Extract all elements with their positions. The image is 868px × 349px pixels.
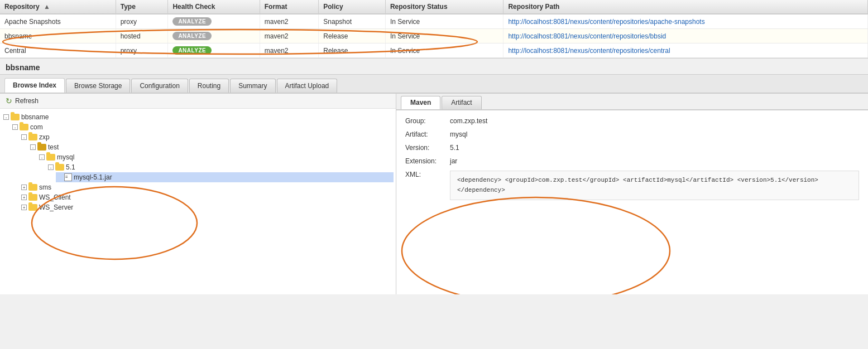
detail-panel: MavenArtifact Group: com.zxp.test Artifa… [396,94,868,294]
tabs-bar: Browse IndexBrowse StorageConfigurationR… [0,75,868,94]
detail-tabs: MavenArtifact [396,94,868,110]
tree-item-test[interactable]: - test [29,142,394,152]
tab-browse-storage[interactable]: Browse Storage [66,79,130,93]
detail-tab-maven[interactable]: Maven [401,96,440,109]
tab-artifact-upload[interactable]: Artifact Upload [277,79,338,93]
repo-name-cell[interactable]: Apache Snapshots [0,14,116,29]
repo-status-cell: In Service [385,14,503,29]
analyze-button[interactable]: ANALYZE [172,46,212,55]
tree-item-zxp[interactable]: - zxp [20,132,394,142]
tree-item-sms[interactable]: + sms [20,182,394,192]
tree-item-mysql-jar[interactable]: mysql-5.1.jar [56,172,394,182]
refresh-label: Refresh [15,97,39,105]
refresh-bar[interactable]: ↻ Refresh [0,94,396,109]
tree-item-51[interactable]: - 5.1 [47,162,394,172]
group-value: com.zxp.test [450,117,859,125]
detail-version-row: Version: 5.1 [405,144,859,152]
repo-path-link[interactable]: http://localhost:8081/nexus/content/repo… [508,32,666,40]
sort-arrow-icon: ▲ [44,3,50,11]
xml-box: <dependency> <groupId>com.zxp.test</grou… [450,171,859,200]
repo-path-link[interactable]: http://localhost:8081/nexus/content/repo… [508,18,704,26]
toggle-icon[interactable]: - [21,134,27,140]
toggle-icon[interactable]: - [12,124,18,130]
toggle-icon[interactable]: + [21,195,27,200]
detail-content: Group: com.zxp.test Artifact: mysql Vers… [396,110,868,212]
repo-healthcheck-cell[interactable]: ANALYZE [168,43,260,58]
tree-label: mysql [57,153,74,161]
tree-panel: ↻ Refresh - bbsname- com- zxp- test- mys… [0,94,396,294]
tab-configuration[interactable]: Configuration [131,79,188,93]
tree-label: test [48,143,59,151]
toggle-icon[interactable]: + [21,205,27,210]
analyze-button[interactable]: ANALYZE [172,32,212,40]
tab-routing[interactable]: Routing [189,79,229,93]
repo-type-cell: proxy [116,14,168,29]
xml-label: XML: [405,171,450,178]
tree: - bbsname- com- zxp- test- mysql- 5.1 my… [0,109,396,216]
refresh-icon: ↻ [6,96,12,105]
col-header-repository[interactable]: Repository ▲ [0,0,116,14]
toggle-icon[interactable]: + [21,185,27,190]
folder-icon [28,204,37,211]
col-header-status: Repository Status [385,0,503,14]
repo-path-link[interactable]: http://localhost:8081/nexus/content/repo… [508,47,670,55]
folder-icon [11,114,20,120]
tree-label: zxp [39,133,50,141]
tree-label: com [30,123,43,131]
repo-type-cell: hosted [116,29,168,43]
detail-xml-row: XML: <dependency> <groupId>com.zxp.test<… [405,171,859,200]
folder-icon [20,124,28,130]
artifact-value: mysql [450,130,859,138]
toggle-icon[interactable]: - [3,114,9,120]
col-header-policy: Policy [319,0,386,14]
folder-icon [28,194,37,201]
folder-icon [55,164,64,171]
repo-format-cell: maven2 [260,14,319,29]
repo-path-cell[interactable]: http://localhost:8081/nexus/content/repo… [503,43,868,58]
tree-item-mysql[interactable]: - mysql [38,152,394,162]
repo-status-cell: In Service [385,43,503,58]
tab-summary[interactable]: Summary [230,79,275,93]
col-header-path: Repository Path [503,0,868,14]
folder-icon [46,154,55,161]
repo-format-cell: maven2 [260,29,319,43]
repo-policy-cell: Release [319,43,386,58]
tree-item-bbsname[interactable]: - bbsname [2,112,394,122]
detail-artifact-row: Artifact: mysql [405,130,859,138]
tree-item-com[interactable]: - com [11,122,394,132]
tab-browse-index[interactable]: Browse Index [4,78,65,93]
analyze-button[interactable]: ANALYZE [172,17,212,26]
col-header-healthcheck: Health Check [168,0,260,14]
folder-icon [28,184,37,191]
tree-label: sms [39,183,51,191]
toggle-icon[interactable]: - [30,144,36,150]
tree-label: 5.1 [66,163,75,171]
repo-name-cell[interactable]: bbsname [0,29,116,43]
tree-label: bbsname [21,113,49,121]
tree-item-ws-server[interactable]: + WS_Server [20,202,394,212]
group-label: Group: [405,117,450,125]
toggle-icon[interactable]: - [39,154,45,160]
repo-format-cell: maven2 [260,43,319,58]
artifact-label: Artifact: [405,130,450,138]
detail-tab-artifact[interactable]: Artifact [442,96,481,109]
repo-path-cell[interactable]: http://localhost:8081/nexus/content/repo… [503,29,868,43]
folder-icon [28,134,37,140]
extension-label: Extension: [405,157,450,165]
repo-path-cell[interactable]: http://localhost:8081/nexus/content/repo… [503,14,868,29]
repo-status-cell: In Service [385,29,503,43]
repo-healthcheck-cell[interactable]: ANALYZE [168,14,260,29]
file-icon [64,173,72,181]
repo-name-cell[interactable]: Central [0,43,116,58]
repo-healthcheck-cell[interactable]: ANALYZE [168,29,260,43]
xml-value: <dependency> <groupId>com.zxp.test</grou… [450,171,859,200]
tree-item-ws-client[interactable]: + WS_Client [20,192,394,202]
toggle-icon[interactable]: - [48,164,54,170]
tree-label: WS_Client [39,193,71,201]
tree-label: mysql-5.1.jar [74,173,112,181]
detail-group-row: Group: com.zxp.test [405,117,859,125]
version-value: 5.1 [450,144,859,152]
section-title: bbsname [0,59,868,75]
repository-table: Repository ▲ Type Health Check Format Po… [0,0,868,58]
repo-type-cell: proxy [116,43,168,58]
